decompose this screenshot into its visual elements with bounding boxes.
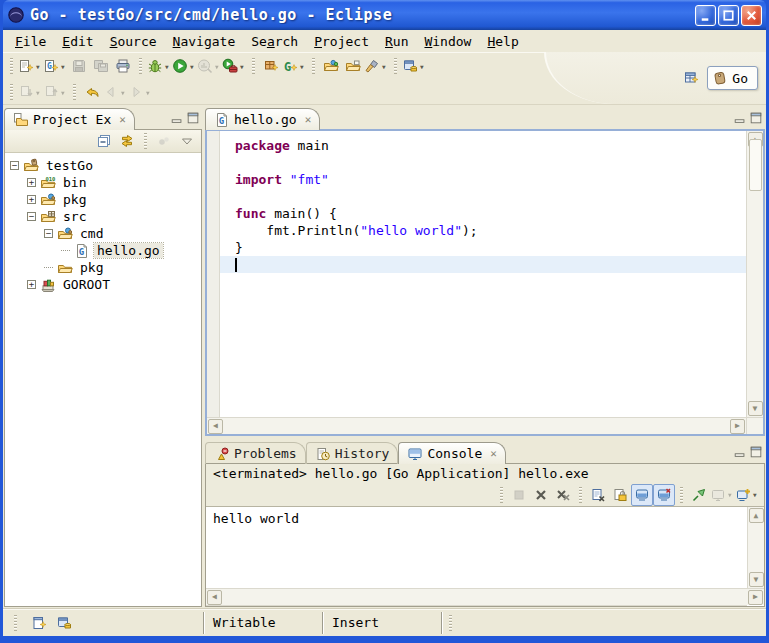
tab-console[interactable]: Console✕ [398,442,505,464]
tree-toggle-expand[interactable]: + [27,195,36,204]
tab-project-explorer[interactable]: Project Ex ✕ [4,108,135,130]
maximize-button[interactable] [718,5,739,26]
forward-button[interactable]: ▼ [128,81,153,103]
show-stdout-button[interactable] [631,484,653,506]
code-line-2[interactable] [220,154,746,171]
editor-vertical-scrollbar[interactable]: ▲ ▼ [746,131,763,417]
last-edit-location-button[interactable] [81,81,103,103]
scroll-left-button[interactable]: ◀ [208,419,223,434]
menu-help[interactable]: Help [479,33,526,50]
toolbar-grip[interactable] [73,84,76,100]
dropdown-arrow-icon[interactable]: ▼ [728,491,735,498]
sync-trim-icon[interactable] [56,615,72,631]
toolbar-grip[interactable] [312,58,315,74]
dropdown-arrow-icon[interactable]: ▼ [300,63,307,70]
menu-search[interactable]: Search [243,33,306,50]
code-area[interactable]: package mainimport "fmt"func main() { fm… [220,131,746,417]
import-button[interactable] [320,55,342,77]
menu-window[interactable]: Window [416,33,479,50]
console-horizontal-scrollbar[interactable]: ◀ ▶ [206,588,764,605]
next-annotation-button[interactable]: ▼ [18,81,43,103]
toolbar-grip[interactable] [680,487,683,503]
tree-toggle-expand[interactable]: + [27,280,36,289]
tree-toggle-collapse[interactable]: − [27,212,36,221]
go-perspective-button[interactable]: Go [707,66,758,90]
new-go-element-button[interactable]: G▼ [282,55,307,77]
collapse-all-button[interactable] [93,130,115,152]
open-console-button[interactable]: ▼ [735,484,760,506]
dropdown-arrow-icon[interactable]: ▼ [121,89,128,96]
fast-view-icon[interactable] [31,615,47,631]
menu-source[interactable]: Source [102,33,165,50]
format-brush-button[interactable]: ▼ [364,55,389,77]
scroll-left-button[interactable]: ◀ [207,590,222,605]
new-go-file-button[interactable]: G▼ [43,55,68,77]
close-editor-icon[interactable]: ✕ [305,113,312,126]
tree-item-cmd[interactable]: −cmd [5,225,201,242]
close-view-icon[interactable]: ✕ [490,447,497,460]
scroll-down-button[interactable]: ▼ [749,572,764,587]
code-line-3[interactable]: import "fmt" [220,171,746,188]
scroll-right-button[interactable]: ▶ [748,590,763,605]
remove-all-launches-button[interactable] [552,484,574,506]
tree-item-hello-go[interactable]: Ghello.go [5,242,201,259]
editor-horizontal-scrollbar[interactable]: ◀ ▶ [207,417,746,434]
tree-toggle-collapse[interactable]: − [10,161,19,170]
display-console-button[interactable]: ▼ [710,484,735,506]
open-perspective-button[interactable] [680,67,702,89]
minimize-editor-icon[interactable] [733,111,747,125]
export-button[interactable] [342,55,364,77]
toolbar-grip[interactable] [579,487,582,503]
new-project-button[interactable] [260,55,282,77]
tree-item-testgo[interactable]: −testGo [5,157,201,174]
tree-toggle-expand[interactable]: + [27,178,36,187]
dropdown-arrow-icon[interactable]: ▼ [146,89,153,96]
dropdown-arrow-icon[interactable]: ▼ [190,63,197,70]
back-button[interactable]: ▼ [103,81,128,103]
trim-grip[interactable] [14,615,17,631]
tree-item-bin[interactable]: +010bin [5,174,201,191]
pin-console-button[interactable] [688,484,710,506]
print-button[interactable] [112,55,134,77]
menu-file[interactable]: File [7,33,54,50]
code-line-8[interactable] [220,256,746,273]
dropdown-arrow-icon[interactable]: ▼ [36,63,43,70]
tree-item-src[interactable]: −src [5,208,201,225]
tab-history[interactable]: History [306,442,399,464]
dropdown-arrow-icon[interactable]: ▼ [61,89,68,96]
toolbar-grip[interactable] [10,84,13,100]
maximize-view-icon[interactable] [186,111,200,125]
tab-problems[interactable]: Problems [205,442,306,464]
tree-item-pkg[interactable]: +pkg [5,191,201,208]
code-line-5[interactable]: func main() { [220,205,746,222]
minimize-view-icon[interactable] [170,111,184,125]
toolbar-grip[interactable] [500,487,503,503]
dropdown-arrow-icon[interactable]: ▼ [165,63,172,70]
prev-annotation-button[interactable]: ▼ [43,81,68,103]
dropdown-arrow-icon[interactable]: ▼ [382,63,389,70]
remove-launch-button[interactable] [530,484,552,506]
terminate-button[interactable] [508,484,530,506]
trim-grip[interactable] [449,615,452,631]
clear-console-button[interactable] [587,484,609,506]
dropdown-arrow-icon[interactable]: ▼ [420,63,427,70]
close-button[interactable] [741,5,762,26]
toolbar-grip[interactable] [394,58,397,74]
minimize-button[interactable] [695,5,716,26]
tree-toggle-collapse[interactable]: − [44,229,53,238]
save-all-button[interactable] [90,55,112,77]
scroll-lock-button[interactable] [609,484,631,506]
save-button[interactable] [68,55,90,77]
profile-button[interactable]: ▼ [197,55,222,77]
scroll-right-button[interactable]: ▶ [730,419,745,434]
dropdown-arrow-icon[interactable]: ▼ [753,491,760,498]
new-wizard-button[interactable]: ▼ [18,55,43,77]
close-view-icon[interactable]: ✕ [119,113,126,126]
maximize-editor-icon[interactable] [749,111,763,125]
scroll-down-button[interactable]: ▼ [748,401,763,416]
code-line-1[interactable]: package main [220,137,746,154]
dropdown-arrow-icon[interactable]: ▼ [36,89,43,96]
tree-item-pkg[interactable]: pkg [5,259,201,276]
menu-navigate[interactable]: Navigate [165,33,244,50]
toolbar-grip[interactable] [252,58,255,74]
